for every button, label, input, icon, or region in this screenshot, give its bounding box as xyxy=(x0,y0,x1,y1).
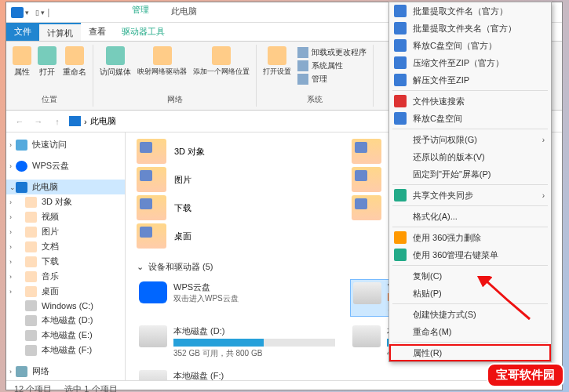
nav-back-icon[interactable]: ← xyxy=(13,114,27,129)
ctx-icon xyxy=(394,347,407,359)
nav-fwd-icon[interactable]: → xyxy=(31,114,46,129)
ctx-icon xyxy=(394,74,407,86)
status-count: 12 个项目 xyxy=(14,383,52,392)
tab-computer[interactable]: 计算机 xyxy=(39,23,81,41)
folder-icon xyxy=(352,139,381,164)
sidebar-item[interactable]: ›音乐 xyxy=(6,269,125,284)
context-menu-item[interactable]: 复制(C) xyxy=(389,267,551,285)
drive-item[interactable]: WPS云盘双击进入WPS云盘 xyxy=(137,279,337,317)
context-menu-item[interactable]: 粘贴(P) xyxy=(389,285,551,302)
ctx-icon xyxy=(394,270,407,282)
chevron-right-icon: › xyxy=(542,191,545,200)
tab-view[interactable]: 查看 xyxy=(81,23,114,41)
context-menu-item[interactable]: 创建快捷方式(S) xyxy=(389,306,551,323)
tab-file[interactable]: 文件 xyxy=(6,23,39,41)
ctx-icon xyxy=(394,56,407,69)
ctx-icon xyxy=(394,325,407,338)
folder-item[interactable]: 图片 xyxy=(137,167,336,192)
breadcrumb-path[interactable]: › 此电脑 xyxy=(69,115,116,127)
ribbon-group-system: 系统 xyxy=(307,94,323,105)
context-menu-item[interactable]: 压缩文件至ZIP（官方） xyxy=(389,54,551,71)
context-menu-item[interactable]: 重命名(M) xyxy=(389,323,551,340)
context-menu-item[interactable]: 释放C盘空间 xyxy=(389,110,551,127)
drive-icon xyxy=(139,325,167,347)
nav-up-icon[interactable]: ↑ xyxy=(50,114,64,129)
ctx-icon xyxy=(394,39,407,52)
sidebar-item[interactable]: Windows (C:) xyxy=(6,299,125,313)
context-menu-item[interactable]: 使用 360强力删除 xyxy=(389,229,551,246)
watermark: 宝哥软件园 xyxy=(487,363,564,387)
ctx-icon xyxy=(394,22,407,34)
ribbon-sys-props[interactable]: 系统属性 xyxy=(297,60,367,72)
sidebar-item[interactable]: ›文档 xyxy=(6,239,125,254)
ctx-icon xyxy=(394,95,407,107)
ribbon-settings[interactable]: 打开设置 xyxy=(263,46,291,85)
ribbon-add-net[interactable]: 添加一个网络位置 xyxy=(193,46,250,78)
ctx-icon xyxy=(394,249,407,261)
sidebar-item[interactable]: ›图片 xyxy=(6,224,125,239)
sidebar-item[interactable]: ›下载 xyxy=(6,254,125,269)
folder-icon xyxy=(352,195,381,220)
qat-chevron-icon[interactable]: ▾ xyxy=(25,9,29,16)
sidebar-this-pc[interactable]: ⌄此电脑 xyxy=(6,180,125,194)
drive-item[interactable]: 本地磁盘 (F:)57.6 GB 可用，共 70.0 GB xyxy=(137,368,337,380)
sidebar-item[interactable]: ›3D 对象 xyxy=(6,194,125,209)
chevron-right-icon: › xyxy=(542,136,545,144)
ribbon-open[interactable]: 打开 xyxy=(38,46,57,78)
ctx-icon xyxy=(394,151,407,163)
context-menu-item[interactable]: 属性(R) xyxy=(389,344,551,361)
ribbon-group-location: 位置 xyxy=(42,94,57,105)
sidebar-item[interactable]: 本地磁盘 (F:) xyxy=(6,343,125,358)
title-location: 此电脑 xyxy=(171,5,197,17)
context-menu-item[interactable]: 解压文件至ZIP xyxy=(389,71,551,89)
ctx-icon xyxy=(394,133,407,146)
folder-item[interactable]: 桌面 xyxy=(137,223,336,249)
sidebar-item[interactable]: 本地磁盘 (E:) xyxy=(6,328,125,343)
drive-icon xyxy=(139,281,167,303)
sidebar-item[interactable]: ›视频 xyxy=(6,209,125,224)
status-selected: 选中 1 个项目 xyxy=(64,383,117,392)
sidebar: ›快速访问 ›WPS云盘 ⌄此电脑 ›3D 对象›视频›图片›文档›下载›音乐›… xyxy=(6,132,126,380)
context-menu-item[interactable]: 释放C盘空间（官方） xyxy=(389,37,551,54)
ctx-icon xyxy=(394,168,407,180)
tab-drive-tools[interactable]: 驱动器工具 xyxy=(114,23,173,41)
context-menu-item[interactable]: 还原以前的版本(V) xyxy=(389,148,551,165)
sidebar-item[interactable]: 本地磁盘 (D:) xyxy=(6,313,125,328)
statusbar: 12 个项目 选中 1 个项目 xyxy=(6,380,562,392)
drive-icon xyxy=(353,282,381,304)
ctx-icon xyxy=(394,210,407,223)
folder-icon xyxy=(137,167,166,192)
context-menu: 批量提取文件名（官方）批量提取文件夹名（官方）释放C盘空间（官方）压缩文件至ZI… xyxy=(388,2,552,362)
ribbon-media[interactable]: 访问媒体 xyxy=(100,46,131,78)
ribbon-rename[interactable]: 重命名 xyxy=(63,46,86,78)
pc-icon xyxy=(69,116,81,126)
ribbon-manage[interactable]: 管理 xyxy=(297,73,367,85)
context-menu-item[interactable]: 固定到"开始"屏幕(P) xyxy=(389,165,551,183)
app-icon xyxy=(11,7,24,18)
drive-icon xyxy=(352,325,381,347)
ribbon-map-drive[interactable]: 映射网络驱动器 xyxy=(137,46,187,78)
ctx-icon xyxy=(394,112,407,125)
sidebar-item[interactable]: ›桌面 xyxy=(6,284,125,299)
context-menu-item[interactable]: 批量提取文件夹名（官方） xyxy=(389,20,551,37)
context-menu-item[interactable]: 批量提取文件名（官方） xyxy=(389,2,551,20)
context-menu-item[interactable]: 共享文件夹同步› xyxy=(389,187,551,204)
manage-label: 管理 xyxy=(132,4,149,16)
ribbon-properties[interactable]: 属性 xyxy=(13,46,31,78)
folder-item[interactable]: 3D 对象 xyxy=(137,139,336,164)
ribbon-uninstall[interactable]: 卸载或更改程序 xyxy=(297,46,367,59)
ctx-icon xyxy=(394,189,407,201)
sidebar-quick-access[interactable]: ›快速访问 xyxy=(6,137,125,152)
ribbon-group-network: 网络 xyxy=(167,94,183,105)
ctx-icon xyxy=(394,231,407,244)
sidebar-network[interactable]: ›网络 xyxy=(6,364,125,379)
context-menu-item[interactable]: 格式化(A)... xyxy=(389,208,551,225)
folder-item[interactable]: 下载 xyxy=(137,195,336,220)
folder-icon xyxy=(137,139,166,164)
folder-icon xyxy=(137,195,166,220)
context-menu-item[interactable]: 文件快速搜索 xyxy=(389,93,551,110)
context-menu-item[interactable]: 授予访问权限(G)› xyxy=(389,131,551,148)
drive-item[interactable]: 本地磁盘 (D:)352 GB 可用，共 800 GB xyxy=(137,323,337,361)
context-menu-item[interactable]: 使用 360管理右键菜单 xyxy=(389,246,551,263)
sidebar-wps[interactable]: ›WPS云盘 xyxy=(6,158,125,173)
